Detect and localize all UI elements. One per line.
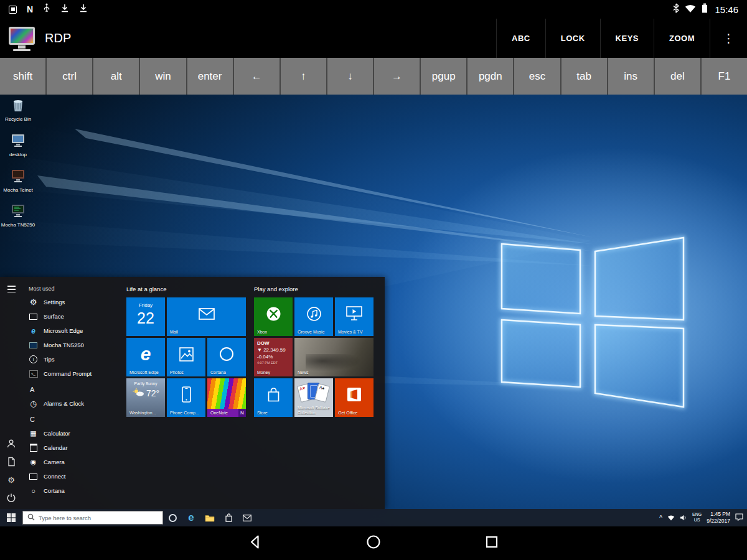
taskbar-edge-button[interactable]: e (182, 509, 200, 526)
search-input[interactable] (39, 515, 158, 521)
taskbar-store-button[interactable] (219, 509, 238, 526)
key-pgdn[interactable]: pgdn (467, 58, 513, 95)
key-ctrl[interactable]: ctrl (47, 58, 92, 95)
lock-button[interactable]: LOCK (545, 19, 600, 58)
key-shift[interactable]: shift (0, 58, 45, 95)
desktop-icon-mocha-telnet[interactable]: Mocha Telnet (0, 169, 36, 194)
mail-icon (167, 297, 246, 330)
settings-icon[interactable]: ⚙ (6, 475, 16, 485)
tile-xbox[interactable]: Xbox (254, 297, 293, 336)
section-letter-a[interactable]: A (22, 383, 126, 396)
modifier-key-toolbar: shift ctrl alt win enter ← ↑ ↓ → pgup pg… (0, 58, 747, 95)
tile-get-office[interactable]: Get Office (335, 378, 374, 417)
start-item-tips[interactable]: Tips (22, 352, 126, 366)
tile-cortana[interactable]: Cortana (207, 338, 246, 376)
store-bag-icon (254, 378, 293, 411)
cortana-icon (29, 486, 38, 495)
start-item-calendar[interactable]: Calendar (22, 441, 126, 455)
start-item-alarms-clock[interactable]: Alarms & Clock (22, 396, 126, 411)
section-letter-c[interactable]: C (22, 413, 126, 426)
taskbar-mail-button[interactable] (238, 509, 256, 526)
key-pgup[interactable]: pgup (421, 58, 466, 95)
key-ins[interactable]: ins (608, 58, 654, 95)
desktop-icon-mocha-tn5250[interactable]: Mocha TN5250 (0, 204, 36, 228)
key-alt[interactable]: alt (93, 58, 139, 95)
system-tray: ^ ENG US 1:45 PM 9/22/2017 (659, 511, 747, 525)
back-button[interactable] (247, 534, 263, 553)
start-app-list: Most used Settings Surface Microsoft Edg… (22, 283, 126, 498)
taskbar-file-explorer-button[interactable] (200, 509, 219, 526)
usb-icon (43, 3, 50, 16)
power-icon[interactable] (6, 493, 16, 503)
zoom-button[interactable]: ZOOM (654, 19, 710, 58)
key-del[interactable]: del (655, 58, 700, 95)
desktop-icon-label: desktop (9, 152, 27, 158)
taskbar-cortana-button[interactable] (163, 509, 182, 526)
start-item-connect[interactable]: Connect (22, 469, 126, 483)
key-win[interactable]: win (140, 58, 186, 95)
tray-expand-icon[interactable]: ^ (659, 515, 662, 521)
home-button[interactable] (365, 534, 382, 553)
start-item-camera[interactable]: Camera (22, 455, 126, 469)
tile-money[interactable]: DOW ▼ 22,349.59 -0.04% 4:07 PM EDT Money (254, 338, 293, 376)
tile-weather[interactable]: Partly Sunny 72° Washington... (126, 378, 165, 417)
tile-groove-music[interactable]: Groove Music (294, 297, 333, 336)
tile-photos[interactable]: Photos (167, 338, 205, 376)
tile-movies-tv[interactable]: Movies & TV (335, 297, 374, 336)
volume-icon[interactable] (680, 512, 687, 523)
tile-phone-companion[interactable]: Phone Comp... (167, 378, 205, 417)
action-center-icon[interactable] (735, 512, 743, 523)
start-item-mocha-tn5250[interactable]: Mocha TN5250 (22, 338, 126, 352)
desktop-icon-desktop[interactable]: desktop (0, 134, 36, 158)
start-item-command-prompt[interactable]: Command Prompt (22, 366, 126, 381)
desktop-icon-recycle-bin[interactable]: Recycle Bin (0, 98, 36, 123)
notification-app-icon (9, 6, 17, 14)
tile-onenote[interactable]: OneNote N (207, 378, 246, 417)
network-icon[interactable] (667, 512, 675, 523)
key-enter[interactable]: enter (187, 58, 233, 95)
overflow-menu-button[interactable]: ⋮ (710, 19, 747, 58)
tn5250-icon (29, 340, 38, 350)
documents-icon[interactable] (6, 457, 16, 467)
start-item-cortana[interactable]: Cortana (22, 483, 126, 498)
remote-desktop-viewport[interactable]: Recycle Bin desktop Mocha Telnet Mocha T… (0, 95, 747, 526)
onenote-n-icon: N (238, 409, 246, 417)
start-item-settings[interactable]: Settings (22, 295, 126, 309)
key-arrow-right[interactable]: → (374, 58, 420, 95)
desktop-icon-label: Mocha TN5250 (1, 223, 35, 228)
tile-solitaire[interactable]: A♥ A♠ Microsoft Solitaire Collection (294, 378, 333, 417)
abc-button[interactable]: ABC (496, 19, 545, 58)
key-arrow-down[interactable]: ↓ (327, 58, 373, 95)
user-account-icon[interactable] (6, 439, 16, 449)
n-notification-icon: N (27, 5, 33, 14)
taskbar-clock[interactable]: 1:45 PM 9/22/2017 (707, 511, 730, 525)
taskbar-date: 9/22/2017 (707, 518, 730, 525)
android-status-bar: N 15:46 (0, 0, 747, 19)
start-item-surface[interactable]: Surface (22, 309, 126, 324)
tile-mail[interactable]: Mail (167, 297, 246, 336)
search-icon (27, 512, 35, 523)
start-item-microsoft-edge[interactable]: Microsoft Edge (22, 324, 126, 338)
tile-news[interactable]: News (294, 338, 374, 376)
taskbar-search-box[interactable] (22, 511, 163, 525)
edge-icon (29, 326, 38, 335)
tile-store[interactable]: Store (254, 378, 293, 417)
language-indicator[interactable]: ENG US (692, 512, 702, 523)
key-f1[interactable]: F1 (702, 58, 747, 95)
desktop-icon-label: Recycle Bin (5, 117, 31, 123)
start-item-calculator[interactable]: Calculator (22, 426, 126, 441)
status-right-icons: 15:46 (673, 3, 738, 16)
groove-music-icon (294, 297, 333, 330)
tile-calendar[interactable]: Friday 22 (126, 297, 165, 336)
key-arrow-up[interactable]: ↑ (281, 58, 326, 95)
key-arrow-left[interactable]: ← (234, 58, 280, 95)
phone-icon (167, 378, 205, 411)
key-esc[interactable]: esc (514, 58, 560, 95)
recents-button[interactable] (484, 534, 500, 553)
tile-microsoft-edge[interactable]: e Microsoft Edge (126, 338, 165, 376)
start-button[interactable] (0, 509, 22, 526)
hamburger-menu-button[interactable] (7, 286, 16, 292)
rdp-app-screen: N 15:46 (0, 0, 747, 560)
keys-button[interactable]: KEYS (600, 19, 654, 58)
key-tab[interactable]: tab (561, 58, 607, 95)
